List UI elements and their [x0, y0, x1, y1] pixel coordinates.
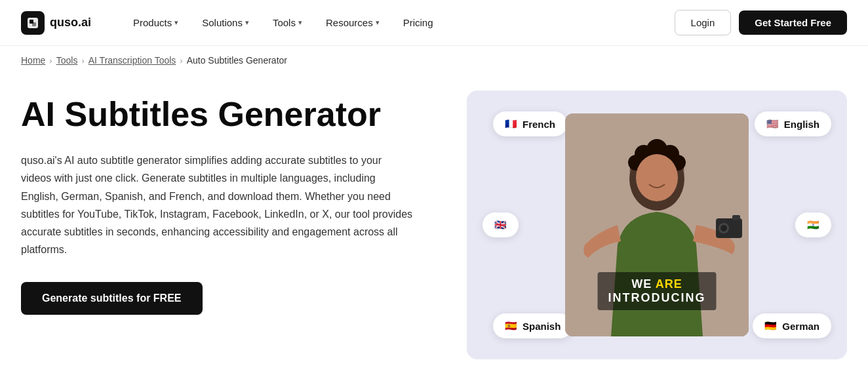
subtitle-overlay: WE ARE INTRODUCING: [598, 272, 717, 310]
tools-chevron-icon: ▾: [298, 18, 302, 27]
login-button[interactable]: Login: [675, 10, 732, 35]
person-image: WE ARE INTRODUCING: [565, 113, 749, 336]
french-flag-icon: 🇫🇷: [505, 118, 517, 130]
logo-text: quso.ai: [50, 16, 91, 30]
badge-spanish: 🇪🇸 Spanish: [493, 313, 572, 338]
svg-point-13: [720, 225, 727, 231]
page-description: quso.ai's AI auto subtitle generator sim…: [21, 151, 414, 258]
badge-uk: 🇬🇧: [483, 212, 519, 237]
english-label: English: [784, 119, 819, 130]
nav-actions: Login Get Started Free: [675, 10, 847, 35]
german-flag-icon: 🇩🇪: [764, 320, 777, 332]
badge-french: 🇫🇷 French: [493, 111, 567, 136]
products-chevron-icon: ▾: [174, 18, 178, 27]
breadcrumb-sep-1: ›: [49, 56, 52, 66]
badge-german: 🇩🇪 German: [753, 313, 831, 338]
breadcrumb-ai-transcription[interactable]: AI Transcription Tools: [89, 55, 176, 66]
hero-image: WE ARE INTRODUCING: [565, 113, 749, 336]
svg-rect-2: [32, 22, 36, 26]
subtitle-line2: INTRODUCING: [608, 291, 706, 305]
main-content: AI Subtitles Generator quso.ai's AI auto…: [0, 75, 868, 381]
nav-products-label: Products: [133, 17, 172, 28]
badge-english: 🇺🇸 English: [755, 111, 831, 136]
logo[interactable]: quso.ai: [21, 11, 91, 35]
english-flag-icon: 🇺🇸: [766, 118, 779, 130]
left-column: AI Subtitles Generator quso.ai's AI auto…: [21, 90, 441, 315]
uk-flag-icon: 🇬🇧: [494, 219, 507, 231]
india-flag-icon: 🇮🇳: [807, 219, 819, 231]
french-label: French: [523, 119, 555, 130]
breadcrumb-tools[interactable]: Tools: [56, 55, 78, 66]
breadcrumb-current: Auto Subtitles Generator: [187, 55, 287, 66]
breadcrumb-home[interactable]: Home: [21, 55, 45, 66]
nav-products[interactable]: Products ▾: [123, 12, 189, 33]
breadcrumb-sep-3: ›: [180, 56, 182, 66]
spanish-flag-icon: 🇪🇸: [505, 320, 517, 332]
nav-pricing-label: Pricing: [403, 17, 433, 28]
logo-icon: [21, 11, 45, 35]
generate-subtitles-button[interactable]: Generate subtitles for FREE: [21, 282, 203, 315]
nav-pricing[interactable]: Pricing: [393, 12, 444, 33]
subtitle-are: ARE: [656, 277, 682, 291]
get-started-button[interactable]: Get Started Free: [739, 10, 847, 35]
breadcrumb: Home › Tools › AI Transcription Tools › …: [0, 46, 868, 75]
resources-chevron-icon: ▾: [376, 18, 380, 27]
subtitle-line1: WE ARE: [608, 277, 706, 291]
page-title: AI Subtitles Generator: [21, 96, 441, 133]
german-label: German: [782, 321, 819, 332]
subtitle-we: WE: [631, 277, 655, 291]
navbar: quso.ai Products ▾ Solutions ▾ Tools ▾ R…: [0, 0, 868, 46]
nav-links: Products ▾ Solutions ▾ Tools ▾ Resources…: [123, 12, 675, 33]
nav-tools-label: Tools: [273, 17, 296, 28]
nav-tools[interactable]: Tools ▾: [262, 12, 313, 33]
nav-resources-label: Resources: [326, 17, 373, 28]
nav-solutions-label: Solutions: [202, 17, 243, 28]
svg-point-10: [636, 154, 678, 201]
hero-image-panel: 🇫🇷 French 🇺🇸 English 🇬🇧 🇮🇳 🇪🇸 Spanish 🇩🇪…: [467, 90, 847, 359]
spanish-label: Spanish: [523, 321, 561, 332]
solutions-chevron-icon: ▾: [245, 18, 249, 27]
badge-india: 🇮🇳: [795, 212, 831, 237]
nav-solutions[interactable]: Solutions ▾: [191, 12, 260, 33]
breadcrumb-sep-2: ›: [81, 56, 84, 66]
nav-resources[interactable]: Resources ▾: [315, 12, 390, 33]
svg-rect-14: [732, 215, 740, 220]
